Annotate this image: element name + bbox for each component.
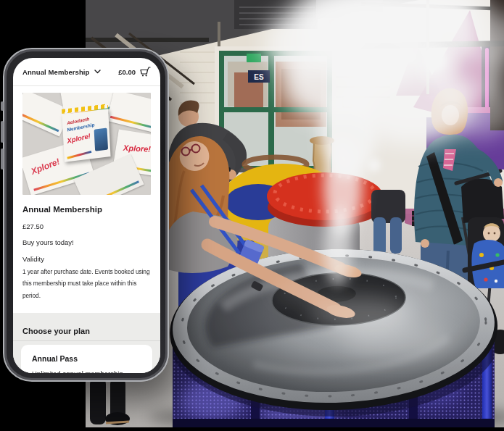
shop-header: Annual Membership £0.00 <box>13 58 160 86</box>
phone-volume-up-button <box>1 121 4 143</box>
cart-icon <box>140 67 151 77</box>
product-price: £27.50 <box>22 222 44 230</box>
validity-heading: Validity <box>22 255 44 263</box>
product-tagline: Buy yours today! <box>22 238 74 246</box>
plan-dropdown[interactable]: Annual Membership <box>22 68 101 76</box>
plan-section: Choose your plan Annual Pass Unlimited a… <box>13 313 160 373</box>
card-photo-patch <box>94 127 108 151</box>
validity-text: 1 year after purchase date. Events booke… <box>22 266 154 301</box>
chevron-down-icon <box>94 70 101 74</box>
phone-mockup: Annual Membership £0.00 <box>3 48 169 382</box>
plan-description: Unlimited annual membership <box>32 369 123 373</box>
membership-card-featured: Aelodaeth Membership Xplore! <box>62 109 110 162</box>
plan-section-divider <box>13 340 160 341</box>
phone-screen[interactable]: Annual Membership £0.00 <box>13 58 160 373</box>
membership-card <box>107 93 151 133</box>
product-title: Annual Membership <box>22 205 102 214</box>
card-stripes <box>67 151 91 159</box>
phone-volume-down-button <box>1 148 4 170</box>
plan-section-title: Choose your plan <box>22 327 90 335</box>
cart-button[interactable]: £0.00 <box>118 67 151 77</box>
plan-dropdown-label: Annual Membership <box>22 68 90 76</box>
plan-card-annual-pass[interactable]: Annual Pass Unlimited annual membership <box>21 345 152 373</box>
plan-name: Annual Pass <box>32 354 78 363</box>
cart-total: £0.00 <box>118 68 136 76</box>
phone-mute-switch <box>1 101 4 111</box>
product-image-carousel[interactable]: Xplore! Xplore! Aelodaeth Membership Xpl… <box>22 93 151 195</box>
page: ES <box>0 0 504 431</box>
